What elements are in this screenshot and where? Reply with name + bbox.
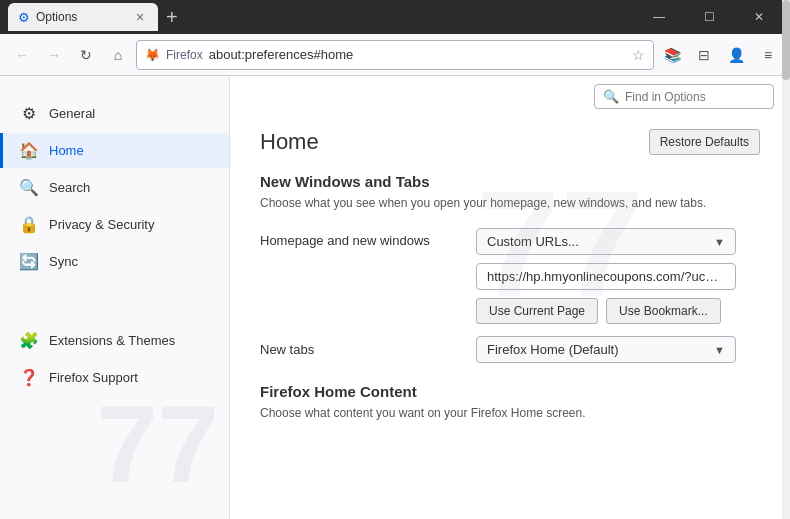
maximize-button[interactable]: ☐ <box>686 0 732 34</box>
extensions-icon: 🧩 <box>19 331 39 350</box>
search-icon: 🔍 <box>19 178 39 197</box>
sidebar-item-search[interactable]: 🔍 Search <box>0 170 229 205</box>
sidebar-item-support[interactable]: ❓ Firefox Support <box>0 360 229 395</box>
find-search-icon: 🔍 <box>603 89 619 104</box>
homepage-url-input[interactable]: https://hp.hmyonlinecoupons.com/?uc=202C <box>476 263 736 290</box>
use-bookmark-button[interactable]: Use Bookmark... <box>606 298 721 324</box>
sidebar-label-general: General <box>49 106 95 121</box>
homepage-row: Homepage and new windows Custom URLs... … <box>260 228 760 324</box>
library-button[interactable]: 📚 <box>658 41 686 69</box>
account-button[interactable]: 👤 <box>722 41 750 69</box>
firefox-home-content-desc: Choose what content you want on your Fir… <box>260 406 760 420</box>
tab-bar: ⚙ Options × + <box>8 0 630 34</box>
address-bar[interactable]: 🦊 Firefox about:preferences#home ☆ <box>136 40 654 70</box>
forward-button[interactable]: → <box>40 41 68 69</box>
chevron-down-icon: ▼ <box>714 236 725 248</box>
sidebar-label-home: Home <box>49 143 84 158</box>
general-icon: ⚙ <box>19 104 39 123</box>
homepage-dropdown[interactable]: Custom URLs... ▼ <box>476 228 736 255</box>
content-inner: 77 Home Restore Defaults New Windows and… <box>230 109 790 458</box>
address-url: about:preferences#home <box>209 47 626 62</box>
titlebar: ⚙ Options × + — ☐ ✕ <box>0 0 790 34</box>
sidebar-label-privacy: Privacy & Security <box>49 217 154 232</box>
firefox-home-content-title: Firefox Home Content <box>260 383 760 400</box>
sync-icon: 🔄 <box>19 252 39 271</box>
refresh-button[interactable]: ↻ <box>72 41 100 69</box>
new-tabs-dropdown[interactable]: Firefox Home (Default) ▼ <box>476 336 736 363</box>
homepage-controls: Custom URLs... ▼ https://hp.hmyonlinecou… <box>476 228 736 324</box>
back-button[interactable]: ← <box>8 41 36 69</box>
tab-title: Options <box>36 10 77 24</box>
window-controls: — ☐ ✕ <box>636 0 782 34</box>
new-tabs-label: New tabs <box>260 342 460 357</box>
scrollbar-track <box>782 0 790 519</box>
content-area: 🔍 77 Home Restore Defaults New Windows a… <box>230 76 790 519</box>
sidebar-watermark: 77 <box>97 389 219 499</box>
nav-right-buttons: 📚 ⊟ 👤 ≡ <box>658 41 782 69</box>
sidebar-label-extensions: Extensions & Themes <box>49 333 175 348</box>
new-windows-tabs-desc: Choose what you see when you open your h… <box>260 196 760 210</box>
tab-favicon: ⚙ <box>18 10 30 25</box>
address-brand: Firefox <box>166 48 203 62</box>
new-tabs-row: New tabs Firefox Home (Default) ▼ <box>260 336 760 363</box>
sidebar-item-privacy[interactable]: 🔒 Privacy & Security <box>0 207 229 242</box>
page-title: Home <box>260 129 319 155</box>
home-icon: 🏠 <box>19 141 39 160</box>
bookmark-star-icon[interactable]: ☆ <box>632 47 645 63</box>
sidebar-toggle-button[interactable]: ⊟ <box>690 41 718 69</box>
sidebar-label-sync: Sync <box>49 254 78 269</box>
address-favicon: 🦊 <box>145 48 160 62</box>
sidebar-label-search: Search <box>49 180 90 195</box>
new-windows-tabs-title: New Windows and Tabs <box>260 173 760 190</box>
main-container: ⚙ General 🏠 Home 🔍 Search 🔒 Privacy & Se… <box>0 76 790 519</box>
use-current-page-button[interactable]: Use Current Page <box>476 298 598 324</box>
page-header: Home Restore Defaults <box>260 129 760 155</box>
homepage-dropdown-value: Custom URLs... <box>487 234 579 249</box>
close-button[interactable]: ✕ <box>736 0 782 34</box>
find-options-bar: 🔍 <box>230 76 790 109</box>
new-tabs-chevron-down-icon: ▼ <box>714 344 725 356</box>
homepage-btn-row: Use Current Page Use Bookmark... <box>476 298 736 324</box>
home-button[interactable]: ⌂ <box>104 41 132 69</box>
menu-button[interactable]: ≡ <box>754 41 782 69</box>
homepage-label: Homepage and new windows <box>260 228 460 248</box>
sidebar-item-extensions[interactable]: 🧩 Extensions & Themes <box>0 323 229 358</box>
sidebar-item-general[interactable]: ⚙ General <box>0 96 229 131</box>
sidebar: ⚙ General 🏠 Home 🔍 Search 🔒 Privacy & Se… <box>0 76 230 519</box>
new-tabs-dropdown-value: Firefox Home (Default) <box>487 342 618 357</box>
navbar: ← → ↻ ⌂ 🦊 Firefox about:preferences#home… <box>0 34 790 76</box>
sidebar-label-support: Firefox Support <box>49 370 138 385</box>
support-icon: ❓ <box>19 368 39 387</box>
sidebar-item-home[interactable]: 🏠 Home <box>0 133 229 168</box>
sidebar-item-sync[interactable]: 🔄 Sync <box>0 244 229 279</box>
minimize-button[interactable]: — <box>636 0 682 34</box>
new-tab-button[interactable]: + <box>158 6 186 29</box>
options-tab[interactable]: ⚙ Options × <box>8 3 158 31</box>
restore-defaults-button[interactable]: Restore Defaults <box>649 129 760 155</box>
lock-icon: 🔒 <box>19 215 39 234</box>
find-options-field[interactable] <box>625 90 765 104</box>
scrollbar-thumb[interactable] <box>782 0 790 80</box>
find-options-input-box[interactable]: 🔍 <box>594 84 774 109</box>
tab-close-button[interactable]: × <box>132 9 148 25</box>
